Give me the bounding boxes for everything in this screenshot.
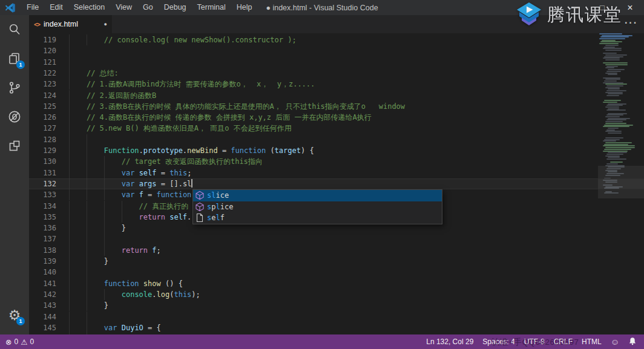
minimap-line xyxy=(605,121,623,122)
menu-file[interactable]: File xyxy=(21,0,44,15)
code-line-120[interactable]: 120 xyxy=(29,45,598,56)
minimap-line xyxy=(604,80,617,82)
minimap-line xyxy=(598,134,644,135)
minimap-line xyxy=(603,126,629,127)
status-notifications[interactable] xyxy=(628,337,637,347)
indent-guide xyxy=(87,267,87,278)
minimap-line xyxy=(605,147,635,148)
indent-guide xyxy=(69,134,70,145)
tab-index-html[interactable]: <> index.html ● xyxy=(29,15,112,33)
status-language-mode-label: HTML xyxy=(582,338,602,346)
code-line-text: // 1.函数A调用bind方法时 需要传递的参数o， x， y，z..... xyxy=(69,79,315,90)
suggest-item-splice[interactable]: splice xyxy=(193,201,442,213)
code-line-138[interactable]: 138 return f; xyxy=(29,245,598,256)
code-line-text: var f = function xyxy=(69,189,191,200)
menu-view[interactable]: View xyxy=(110,0,137,15)
suggest-widget: slicespliceself xyxy=(192,189,442,224)
suggest-label: splice xyxy=(207,203,233,211)
minimap-line xyxy=(604,149,631,150)
status-language-mode[interactable]: HTML xyxy=(582,338,602,346)
status-cursor-position[interactable]: Ln 132, Col 29 xyxy=(426,338,473,346)
code-line-129[interactable]: 129 Function.prototype.newBind = functio… xyxy=(29,145,598,156)
code-line-text: // 3.函数B在执行的时候 具体的功能实际上还是使用的A， 只不过this指向… xyxy=(69,101,405,112)
minimap-line xyxy=(605,45,619,46)
line-number: 119 xyxy=(29,34,56,45)
code-line-127[interactable]: 127 // 5.new B() 构造函数依旧是A， 而且o 不会起到任何作用 xyxy=(29,123,598,134)
suggest-item-slice[interactable]: slice xyxy=(193,190,442,201)
minimap-line xyxy=(603,57,620,59)
minimap-line xyxy=(608,128,619,129)
code-line-144[interactable]: 144 xyxy=(29,311,598,322)
editor[interactable]: slicespliceself 119 // console.log( new … xyxy=(29,33,644,334)
line-number: 145 xyxy=(29,322,56,333)
code-line-139[interactable]: 139 } xyxy=(29,256,598,267)
indent-guide xyxy=(104,233,105,244)
activity-debug-button[interactable] xyxy=(0,102,29,131)
minimap-line xyxy=(608,118,630,119)
code-line-text: // console.log( new newShow().constructo… xyxy=(69,34,297,45)
code-line-124[interactable]: 124 // 2.返回新的函数B xyxy=(29,90,598,101)
menu-terminal[interactable]: Terminal xyxy=(192,0,231,15)
minimap-line xyxy=(604,100,621,101)
title-bar: FileEditSelectionViewGoDebugTerminalHelp… xyxy=(0,0,644,15)
code-line-136[interactable]: 136 } xyxy=(29,223,598,233)
code-line-130[interactable]: 130 // target 改变返回函数执行的this指向 xyxy=(29,156,598,167)
status-eol[interactable]: CRLF xyxy=(554,338,573,346)
code-line-text: // 4.函数B在执行的时候 传递的参数 会拼接到 x,y,z 后面 一并在内部… xyxy=(69,112,372,123)
code-line-123[interactable]: 123 // 1.函数A调用bind方法时 需要传递的参数o， x， y，z..… xyxy=(29,79,598,90)
minimap-line xyxy=(605,92,623,93)
code-line-122[interactable]: 122 // 总结: xyxy=(29,68,598,79)
minimap-line xyxy=(598,160,644,161)
code-line-137[interactable]: 137 xyxy=(29,233,598,244)
minimap-line xyxy=(605,83,627,85)
menu-help[interactable]: Help xyxy=(231,0,258,15)
status-encoding[interactable]: UTF-8 xyxy=(524,338,545,346)
menu-debug[interactable]: Debug xyxy=(159,0,192,15)
code-line-126[interactable]: 126 // 4.函数B在执行的时候 传递的参数 会拼接到 x,y,z 后面 一… xyxy=(29,112,598,123)
activity-settings-button[interactable]: ⚙1 xyxy=(0,301,29,330)
line-number: 141 xyxy=(29,278,56,289)
minimap-line xyxy=(603,145,635,146)
status-errors-label: 0 xyxy=(14,338,18,346)
status-errors[interactable]: ⊗0 xyxy=(5,338,18,347)
minimap-line xyxy=(608,132,622,134)
minimize-button[interactable]: — xyxy=(560,0,588,15)
status-indentation[interactable]: Spaces: 4 xyxy=(482,338,514,346)
close-button[interactable]: × xyxy=(616,0,644,15)
menu-go[interactable]: Go xyxy=(137,0,159,15)
code-line-132[interactable]: 132 var args = [].sl xyxy=(29,178,644,189)
minimap-line xyxy=(603,62,628,64)
status-warnings-label: 0 xyxy=(30,338,34,346)
status-feedback[interactable]: ☺ xyxy=(611,337,619,347)
suggest-item-self[interactable]: self xyxy=(193,212,442,224)
minimap-line xyxy=(604,125,633,126)
activity-explorer-button[interactable]: 1 xyxy=(0,44,29,73)
line-number: 140 xyxy=(29,267,56,278)
menu-selection[interactable]: Selection xyxy=(68,0,110,15)
code-line-145[interactable]: 145 var DuyiO = { xyxy=(29,322,598,333)
minimap-line xyxy=(608,69,625,70)
code-line-143[interactable]: 143 } xyxy=(29,300,598,311)
menu-edit[interactable]: Edit xyxy=(44,0,68,15)
code-line-text: // 总结: xyxy=(69,68,119,79)
restore-button[interactable]: □ xyxy=(588,0,616,15)
code-line-128[interactable]: 128 xyxy=(29,134,598,145)
code-line-141[interactable]: 141 function show () { xyxy=(29,278,598,289)
code-line-121[interactable]: 121 xyxy=(29,57,598,68)
code-line-text: function show () { xyxy=(69,278,183,289)
warning-icon: ⚠ xyxy=(21,338,27,347)
indent-guide xyxy=(87,311,87,322)
activity-search-button[interactable] xyxy=(0,15,29,44)
more-actions-button[interactable]: ··· xyxy=(625,15,638,33)
activity-extensions-button[interactable] xyxy=(0,131,29,160)
code-line-142[interactable]: 142 console.log(this); xyxy=(29,289,598,300)
code-line-119[interactable]: 119 // console.log( new newShow().constr… xyxy=(29,34,598,45)
code-line-140[interactable]: 140 xyxy=(29,267,598,278)
minimap-line xyxy=(608,103,626,105)
indent-guide xyxy=(69,233,70,244)
status-warnings[interactable]: ⚠0 xyxy=(21,338,34,347)
line-number: 136 xyxy=(29,223,56,233)
code-line-131[interactable]: 131 var self = this; xyxy=(29,168,598,178)
code-line-125[interactable]: 125 // 3.函数B在执行的时候 具体的功能实际上还是使用的A， 只不过th… xyxy=(29,101,598,112)
activity-source-control-button[interactable] xyxy=(0,73,29,102)
